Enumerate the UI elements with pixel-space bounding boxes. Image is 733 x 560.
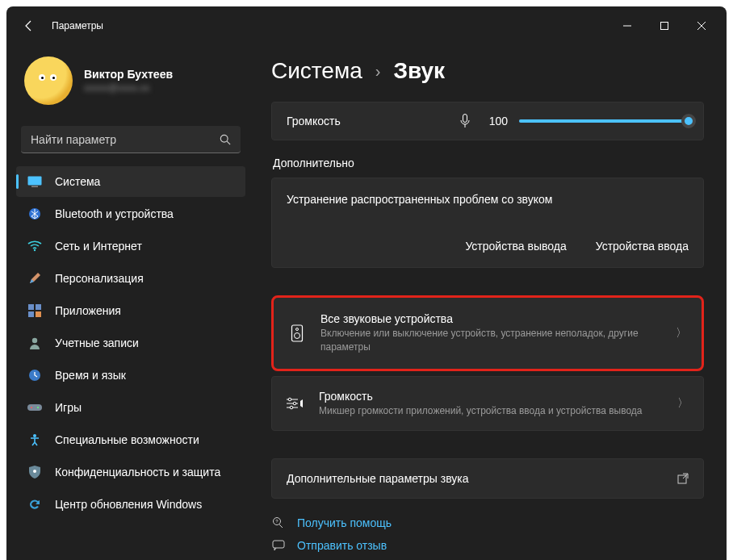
volume-slider[interactable] <box>519 119 689 123</box>
nav-label: Игры <box>55 401 82 414</box>
svg-point-27 <box>293 402 296 405</box>
back-button[interactable] <box>13 10 45 42</box>
shield-icon <box>27 465 42 479</box>
volume-value: 100 <box>482 115 508 127</box>
profile[interactable]: Виктор Бухтеев xxxxx@xxxx.xx <box>11 45 250 119</box>
item-desc: Включение или выключение устройств, устр… <box>320 327 661 354</box>
svg-rect-5 <box>31 186 38 188</box>
svg-point-22 <box>295 332 300 338</box>
breadcrumb-parent[interactable]: Система <box>271 58 362 84</box>
nav-accessibility[interactable]: Специальные возможности <box>16 424 245 455</box>
nav-label: Время и язык <box>55 369 126 382</box>
chevron-right-icon: 〉 <box>677 396 689 411</box>
svg-rect-4 <box>28 177 42 186</box>
item-desc: Микшер громкости приложений, устройства … <box>319 404 663 418</box>
nav-label: Центр обновления Windows <box>55 498 202 511</box>
mixer-icon <box>287 397 304 410</box>
window-title: Параметры <box>52 20 103 31</box>
svg-rect-8 <box>28 304 34 310</box>
svg-line-3 <box>227 141 230 144</box>
person-icon <box>27 336 42 350</box>
item-title: Все звуковые устройства <box>320 312 661 325</box>
svg-rect-1 <box>661 23 668 30</box>
nav-bluetooth[interactable]: Bluetooth и устройства <box>16 199 245 229</box>
svg-rect-32 <box>273 541 284 548</box>
breadcrumb: Система › Звук <box>271 45 704 102</box>
svg-point-7 <box>34 249 36 251</box>
minimize-button[interactable] <box>609 13 646 39</box>
gamepad-icon <box>27 400 42 415</box>
svg-text:?: ? <box>275 520 279 524</box>
avatar <box>24 56 73 105</box>
nav-accounts[interactable]: Учетные записи <box>16 328 245 358</box>
get-help-link[interactable]: ? Получить помощь <box>271 516 704 529</box>
bluetooth-icon <box>27 207 42 221</box>
svg-point-16 <box>37 407 39 408</box>
troubleshoot-input-button[interactable]: Устройства ввода <box>596 240 689 253</box>
nav-label: Учетные записи <box>55 336 139 349</box>
svg-point-2 <box>220 135 228 142</box>
volume-card: Громкость 100 <box>271 102 704 140</box>
svg-point-17 <box>33 434 36 437</box>
nav-label: Система <box>55 175 100 188</box>
svg-rect-14 <box>27 404 42 411</box>
help-icon: ? <box>271 516 286 529</box>
nav-privacy[interactable]: Конфиденциальность и защита <box>16 457 245 487</box>
nav-update[interactable]: Центр обновления Windows <box>16 489 245 520</box>
display-icon <box>27 174 42 189</box>
troubleshoot-output-button[interactable]: Устройства вывода <box>465 240 566 253</box>
item-title: Дополнительные параметры звука <box>287 472 663 485</box>
troubleshoot-title: Устранение распространенных проблем со з… <box>287 193 689 206</box>
chevron-right-icon: › <box>375 62 381 81</box>
nav-personalization[interactable]: Персонализация <box>16 263 245 294</box>
svg-point-21 <box>296 328 299 330</box>
update-icon <box>27 497 42 512</box>
all-sound-devices-item[interactable]: Все звуковые устройства Включение или вы… <box>271 295 704 371</box>
nav-network[interactable]: Сеть и Интернет <box>16 231 245 261</box>
nav-system[interactable]: Система <box>16 166 245 197</box>
nav-label: Сеть и Интернет <box>55 240 142 253</box>
maximize-button[interactable] <box>646 13 683 39</box>
svg-point-18 <box>33 470 36 473</box>
send-feedback-link[interactable]: Отправить отзыв <box>271 539 704 552</box>
svg-point-15 <box>31 407 32 408</box>
breadcrumb-current: Звук <box>393 58 445 84</box>
search-input[interactable] <box>31 133 213 146</box>
brush-icon <box>27 271 42 286</box>
microphone-icon[interactable] <box>459 114 471 128</box>
nav-label: Персонализация <box>55 272 144 285</box>
sidebar: Виктор Бухтеев xxxxx@xxxx.xx Система Blu… <box>6 45 255 560</box>
svg-rect-10 <box>28 311 34 317</box>
settings-window: Параметры Виктор Бухтеев xxxxx@xxxx.xx <box>6 6 727 560</box>
more-sound-settings-item[interactable]: Дополнительные параметры звука <box>271 458 704 499</box>
speaker-device-icon <box>288 324 306 342</box>
nav-gaming[interactable]: Игры <box>16 392 245 423</box>
svg-point-26 <box>288 398 291 401</box>
profile-name: Виктор Бухтеев <box>84 68 173 81</box>
nav-label: Bluetooth и устройства <box>55 207 174 220</box>
volume-label: Громкость <box>287 115 448 127</box>
accessibility-icon <box>27 433 42 447</box>
nav-list: Система Bluetooth и устройства Сеть и Ин… <box>11 166 250 520</box>
titlebar: Параметры <box>6 6 727 45</box>
svg-point-28 <box>290 406 293 409</box>
search-icon <box>220 134 231 145</box>
svg-rect-9 <box>36 304 41 310</box>
nav-apps[interactable]: Приложения <box>16 295 245 326</box>
clock-icon <box>27 368 42 382</box>
link-label: Получить помощь <box>297 516 392 529</box>
svg-rect-19 <box>463 115 467 123</box>
svg-point-12 <box>32 338 37 343</box>
search-box[interactable] <box>21 126 241 153</box>
svg-rect-11 <box>36 311 41 317</box>
chevron-right-icon: 〉 <box>676 326 687 341</box>
close-button[interactable] <box>683 13 720 39</box>
nav-label: Приложения <box>55 304 121 317</box>
nav-time[interactable]: Время и язык <box>16 360 245 391</box>
volume-mixer-item[interactable]: Громкость Микшер громкости приложений, у… <box>271 376 704 432</box>
main-content: Система › Звук Громкость 100 Допол <box>255 45 727 560</box>
nav-label: Конфиденциальность и защита <box>55 466 220 479</box>
link-label: Отправить отзыв <box>297 539 387 552</box>
open-external-icon <box>677 473 689 484</box>
wifi-icon <box>27 239 42 253</box>
